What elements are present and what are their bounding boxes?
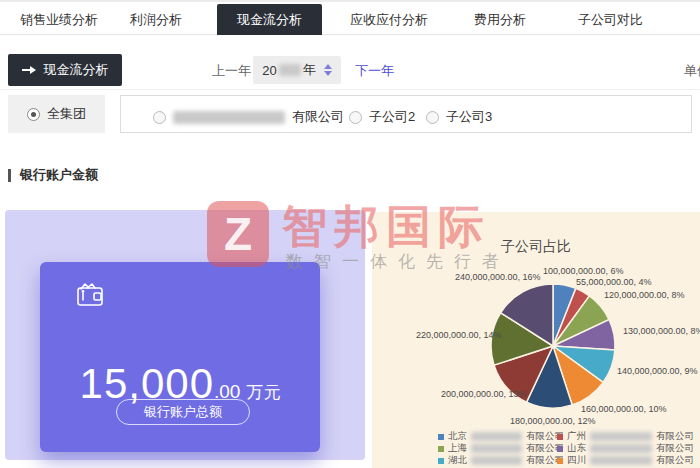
amount-unit: 万元 [246,383,280,402]
pie-label-10: 240,000,000.00, 16% [455,272,541,282]
company-filter-box: 有限公司 子公司2 子公司3 [120,95,692,133]
bank-total-button[interactable]: 银行账户总额 [116,399,250,425]
redacted-text [590,444,652,453]
group-filter[interactable]: 全集团 [8,95,105,133]
company1-radio[interactable] [153,111,166,124]
redacted-company-name [173,111,285,124]
company2-radio[interactable] [349,111,362,124]
company2-radio-item[interactable]: 子公司2 [349,108,415,126]
legend-swatch-icon [557,446,563,452]
company2-label: 子公司2 [369,108,415,126]
pie-label-4: 130,000,000.00, 8% [623,326,700,336]
legend-item-5[interactable]: 湖北有限公司 [438,454,564,467]
group-label: 全集团 [47,105,86,123]
legend-prefix: 湖北 [448,454,467,467]
legend-suffix: 有限公司 [656,454,694,467]
section-title-bar [8,169,11,182]
legend-prefix: 四川 [567,454,586,467]
dashboard-page: 销售业绩分析利润分析现金流分析应收应付分析费用分析子公司对比 现金流分析 上一年… [0,0,700,468]
company1-suffix: 有限公司 [292,108,344,126]
pie-label-2: 55,000,000.00, 4% [576,277,652,287]
legend-swatch-icon [438,434,444,440]
wallet-icon [73,278,107,312]
top-tab-bar: 销售业绩分析利润分析现金流分析应收应付分析费用分析子公司对比 [0,0,700,35]
legend-swatch-icon [557,434,563,440]
legend-swatch-icon [438,458,444,464]
year-prefix: 20 [262,63,276,78]
legend-item-6[interactable]: 四川有限公司 [557,454,694,467]
pie-label-7: 180,000,000.00, 12% [510,416,596,426]
tab-2[interactable]: 利润分析 [130,11,182,29]
tab-1[interactable]: 销售业绩分析 [20,11,98,29]
pie-label-1: 100,000,000.00, 6% [543,266,624,276]
section-title: 银行账户金额 [20,166,98,184]
year-spinner-icon[interactable] [324,64,332,76]
year-suffix: 年 [303,61,316,79]
tab-5[interactable]: 费用分析 [474,11,526,29]
cashflow-analysis-button[interactable]: 现金流分析 [8,54,122,86]
company1-radio-item[interactable]: 有限公司 [153,108,344,126]
group-radio[interactable] [27,108,40,121]
pie-label-6: 160,000,000.00, 10% [581,404,667,414]
redacted-text [471,444,522,453]
pie-label-9: 220,000,000.00, 14% [416,330,502,340]
unit-label: 单位 [684,62,700,80]
year-select[interactable]: 20 年 [253,56,341,84]
bank-total-card[interactable]: 15,000.00万元 银行账户总额 [40,262,320,452]
redacted-text [471,432,522,441]
pie-label-5: 140,000,000.00, 9% [617,366,698,376]
tab-3[interactable]: 现金流分析 [217,4,322,35]
prev-year-link[interactable]: 上一年 [212,62,251,80]
redacted-text [590,432,652,441]
next-year-link[interactable]: 下一年 [355,62,394,80]
legend-swatch-icon [557,458,563,464]
pie-label-3: 120,000,000.00, 8% [604,290,685,300]
company3-label: 子公司3 [446,108,492,126]
cashflow-analysis-label: 现金流分析 [44,61,109,79]
subsidiary-share-panel: 子公司占比 100,000,000.00, 6%55,000,000.00, 4… [372,212,700,468]
company3-radio-item[interactable]: 子公司3 [426,108,492,126]
redacted-year [279,64,301,76]
toolbar: 现金流分析 上一年 20 年 下一年 单位 [0,35,700,90]
redacted-text [590,456,652,465]
bank-amount-panel: 15,000.00万元 银行账户总额 [5,210,365,460]
pie-label-8: 200,000,000.00, 13% [441,389,527,399]
tab-6[interactable]: 子公司对比 [578,11,643,29]
legend-swatch-icon [438,446,444,452]
tab-4[interactable]: 应收应付分析 [350,11,428,29]
pie-chart-title: 子公司占比 [372,238,700,256]
arrow-right-icon [22,65,36,75]
company3-radio[interactable] [426,111,439,124]
redacted-text [471,456,522,465]
